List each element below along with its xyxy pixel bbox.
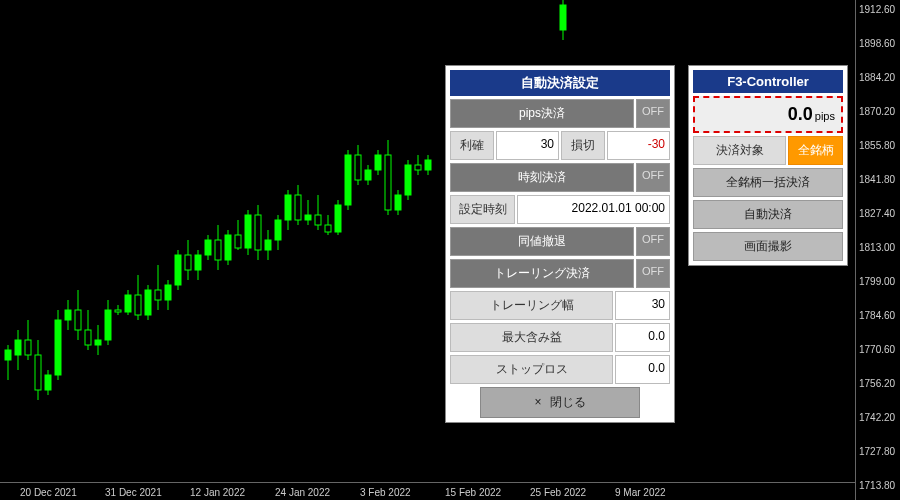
price-axis: 1912.601898.601884.201870.201855.801841.… [855,0,900,500]
stoploss-value: 0.0 [615,355,670,384]
svg-rect-1 [5,350,11,360]
svg-rect-39 [195,255,201,270]
svg-rect-63 [315,215,321,225]
stoploss-label: ストップロス [450,355,613,384]
breakeven-off-toggle[interactable]: OFF [636,227,670,256]
take-profit-input[interactable]: 30 [496,131,559,160]
controller-panel: F3-Controller 0.0pips 決済対象 全銘柄 全銘柄一括決済 自… [688,65,848,266]
svg-rect-53 [265,240,271,250]
svg-rect-11 [55,320,61,375]
svg-rect-27 [135,295,141,315]
svg-rect-17 [85,330,91,345]
close-label: 閉じる [550,395,586,409]
auto-close-button[interactable]: 自動決済 [693,200,843,229]
svg-rect-85 [425,160,431,170]
auto-panel-title: 自動決済設定 [450,70,670,96]
svg-rect-43 [215,240,221,260]
time-axis: 20 Dec 202131 Dec 202112 Jan 202224 Jan … [0,482,855,500]
svg-rect-5 [25,340,31,355]
all-symbols-button[interactable]: 全銘柄 [788,136,843,165]
svg-rect-71 [355,155,361,180]
close-button[interactable]: ×閉じる [480,387,640,418]
pips-value: 0.0 [788,104,813,124]
svg-rect-75 [375,155,381,170]
svg-rect-45 [225,235,231,260]
svg-rect-59 [295,195,301,220]
svg-rect-3 [15,340,21,355]
trailing-width-input[interactable]: 30 [615,291,670,320]
auto-settlement-panel: 自動決済設定 pips決済 OFF 利確 30 損切 -30 時刻決済 OFF … [445,65,675,423]
svg-rect-35 [175,255,181,285]
set-time-label: 設定時刻 [450,195,515,224]
svg-rect-81 [405,165,411,195]
take-profit-label: 利確 [450,131,494,160]
svg-rect-9 [45,375,51,390]
svg-rect-73 [365,170,371,180]
svg-rect-25 [125,295,131,312]
controller-title: F3-Controller [693,70,843,93]
pips-display: 0.0pips [693,96,843,133]
stop-loss-label: 損切 [561,131,605,160]
breakeven-header: 同値撤退 [450,227,634,256]
time-off-toggle[interactable]: OFF [636,163,670,192]
svg-rect-69 [345,155,351,205]
svg-rect-67 [335,205,341,232]
settlement-target-label: 決済対象 [693,136,786,165]
batch-close-button[interactable]: 全銘柄一括決済 [693,168,843,197]
close-icon: × [534,395,541,409]
svg-rect-87 [560,5,566,30]
max-profit-value: 0.0 [615,323,670,352]
svg-rect-79 [395,195,401,210]
pips-settlement-header: pips決済 [450,99,634,128]
pips-off-toggle[interactable]: OFF [636,99,670,128]
trailing-off-toggle[interactable]: OFF [636,259,670,288]
svg-rect-15 [75,310,81,330]
trailing-settlement-header: トレーリング決済 [450,259,634,288]
svg-rect-77 [385,155,391,210]
screenshot-button[interactable]: 画面撮影 [693,232,843,261]
svg-rect-61 [305,215,311,220]
svg-rect-13 [65,310,71,320]
svg-rect-41 [205,240,211,255]
trailing-width-label: トレーリング幅 [450,291,613,320]
svg-rect-37 [185,255,191,270]
svg-rect-55 [275,220,281,240]
svg-rect-19 [95,340,101,345]
svg-rect-65 [325,225,331,232]
svg-rect-83 [415,165,421,170]
svg-rect-47 [235,235,241,248]
svg-rect-51 [255,215,261,250]
svg-rect-21 [105,310,111,340]
pips-unit: pips [815,110,835,122]
svg-rect-31 [155,290,161,300]
svg-rect-23 [115,310,121,312]
set-time-input[interactable]: 2022.01.01 00:00 [517,195,670,224]
svg-rect-57 [285,195,291,220]
svg-rect-33 [165,285,171,300]
time-settlement-header: 時刻決済 [450,163,634,192]
max-profit-label: 最大含み益 [450,323,613,352]
svg-rect-49 [245,215,251,248]
svg-rect-29 [145,290,151,315]
stop-loss-input[interactable]: -30 [607,131,670,160]
svg-rect-7 [35,355,41,390]
